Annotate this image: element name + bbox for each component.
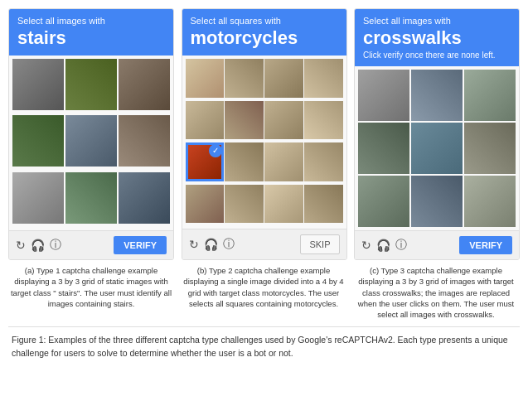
- label-crosswalks: (c) Type 3 captcha challenge example dis…: [353, 265, 519, 320]
- grid-cell[interactable]: [225, 101, 264, 140]
- grid-cell[interactable]: [119, 172, 170, 224]
- refresh-icon[interactable]: ↻: [361, 239, 371, 252]
- captcha-crosswalks-grid: [355, 66, 519, 230]
- verify-button[interactable]: VERIFY: [459, 236, 512, 254]
- grid-cell[interactable]: [264, 142, 303, 181]
- grid-cell[interactable]: [464, 176, 516, 227]
- label-stairs: (a) Type 1 captcha challenge example dis…: [8, 265, 174, 320]
- grid-cell[interactable]: [264, 59, 303, 98]
- grid-cell[interactable]: [186, 142, 225, 181]
- captcha-stairs-small-text: Select all images with: [17, 16, 165, 26]
- grid-cell[interactable]: [186, 185, 225, 224]
- grid-cell[interactable]: [186, 59, 225, 98]
- captcha-crosswalks-small-text: Select all images with: [363, 16, 511, 26]
- grid-cell[interactable]: [65, 172, 117, 224]
- grid-cell[interactable]: [12, 172, 64, 224]
- grid-cell[interactable]: [411, 123, 463, 174]
- grid-cell[interactable]: [304, 142, 343, 181]
- captcha-crosswalks: Select all images with crosswalks Click …: [354, 8, 520, 260]
- grid-cell[interactable]: [264, 101, 303, 140]
- label-motorcycles: (b) Type 2 captcha challenge example dis…: [181, 265, 346, 320]
- info-icon[interactable]: ⓘ: [50, 238, 61, 253]
- captcha-motorcycles: Select all squares with motorcycles: [182, 8, 347, 260]
- grid-cell[interactable]: [304, 185, 343, 224]
- captcha-motorcycles-small-text: Select all squares with: [191, 16, 338, 26]
- grid-cell[interactable]: [411, 70, 463, 121]
- labels-row: (a) Type 1 captcha challenge example dis…: [8, 265, 520, 320]
- grid-cell[interactable]: [264, 185, 303, 224]
- captcha-motorcycles-header: Select all squares with motorcycles: [182, 9, 346, 56]
- grid-cell[interactable]: [119, 59, 170, 110]
- captcha-motorcycles-footer: ↻ 🎧 ⓘ SKIP: [182, 229, 346, 259]
- skip-button[interactable]: SKIP: [300, 234, 339, 254]
- captcha-crosswalks-header: Select all images with crosswalks Click …: [355, 9, 519, 66]
- grid-cell[interactable]: [358, 176, 409, 227]
- main-container: Select all images with stairs ↻ 🎧 ⓘ VERI…: [0, 0, 528, 367]
- verify-button[interactable]: VERIFY: [114, 236, 167, 254]
- grid-cell[interactable]: [225, 142, 264, 181]
- audio-icon[interactable]: 🎧: [376, 239, 390, 252]
- grid-cell[interactable]: [464, 123, 516, 174]
- captcha-crosswalks-footer: ↻ 🎧 ⓘ VERIFY: [355, 230, 519, 259]
- captcha-crosswalks-target: crosswalks: [363, 27, 511, 49]
- captcha-stairs-target: stairs: [17, 27, 165, 49]
- captcha-motorcycles-grid: [182, 56, 346, 229]
- captchas-row: Select all images with stairs ↻ 🎧 ⓘ VERI…: [8, 8, 520, 260]
- info-icon[interactable]: ⓘ: [395, 238, 407, 253]
- info-icon[interactable]: ⓘ: [223, 237, 235, 252]
- grid-cell[interactable]: [65, 59, 117, 110]
- captcha-stairs-footer: ↻ 🎧 ⓘ VERIFY: [9, 230, 173, 259]
- refresh-icon[interactable]: ↻: [16, 239, 26, 252]
- grid-cell[interactable]: [304, 101, 343, 140]
- grid-cell[interactable]: [225, 185, 264, 224]
- grid-cell[interactable]: [186, 101, 225, 140]
- grid-cell[interactable]: [358, 123, 409, 174]
- grid-cell[interactable]: [12, 115, 64, 167]
- captcha-stairs-header: Select all images with stairs: [9, 9, 173, 56]
- figure-caption: Figure 1: Examples of the three differen…: [8, 334, 520, 360]
- captcha-stairs-grid: [9, 56, 173, 230]
- refresh-icon[interactable]: ↻: [189, 238, 199, 251]
- grid-cell[interactable]: [304, 59, 343, 98]
- audio-icon[interactable]: 🎧: [204, 238, 218, 251]
- grid-cell[interactable]: [119, 115, 170, 167]
- grid-cell[interactable]: [225, 59, 264, 98]
- captcha-stairs: Select all images with stairs ↻ 🎧 ⓘ VERI…: [8, 8, 174, 260]
- captcha-crosswalks-subtext: Click verify once there are none left.: [363, 51, 511, 60]
- grid-cell[interactable]: [464, 70, 516, 121]
- grid-cell[interactable]: [12, 59, 64, 110]
- separator: [8, 326, 520, 327]
- audio-icon[interactable]: 🎧: [31, 239, 45, 252]
- captcha-motorcycles-target: motorcycles: [191, 27, 338, 49]
- grid-cell[interactable]: [65, 115, 117, 167]
- grid-cell[interactable]: [358, 70, 409, 121]
- grid-cell[interactable]: [411, 176, 463, 227]
